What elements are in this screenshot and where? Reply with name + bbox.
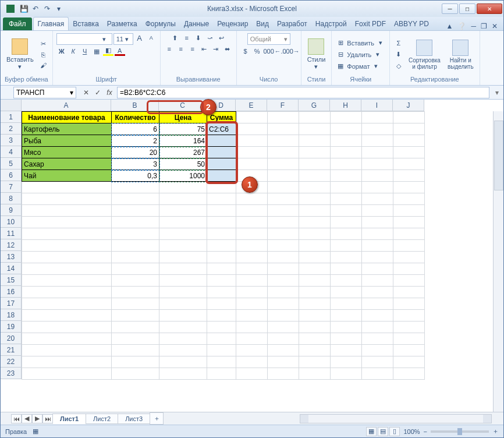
format-painter-icon[interactable]: 🖌	[38, 61, 49, 70]
cell-C18[interactable]	[159, 310, 207, 322]
cell-F2[interactable]	[268, 123, 299, 135]
cell-B1[interactable]: Количество	[112, 112, 159, 123]
tab-insert[interactable]: Вставка	[69, 17, 103, 30]
cell-A15[interactable]	[22, 275, 112, 287]
cell-H13[interactable]	[331, 252, 362, 263]
cell-I3[interactable]	[362, 135, 393, 147]
cell-H22[interactable]	[331, 356, 362, 368]
cell-G5[interactable]	[299, 158, 331, 170]
cell-D11[interactable]	[207, 228, 236, 240]
cell-C21[interactable]	[159, 345, 207, 356]
mdi-close-icon[interactable]: ✕	[492, 22, 498, 30]
sheet-nav-next-icon[interactable]: ▶	[32, 414, 42, 423]
cell-D15[interactable]	[207, 275, 236, 287]
italic-button[interactable]: К	[68, 47, 79, 56]
cell-A22[interactable]	[22, 356, 112, 368]
mdi-min-icon[interactable]: ─	[471, 22, 476, 30]
cut-icon[interactable]: ✂	[38, 40, 49, 49]
cell-F19[interactable]	[268, 322, 299, 333]
row-header-8[interactable]: 8	[1, 193, 22, 204]
cell-E11[interactable]	[236, 228, 268, 240]
cell-I4[interactable]	[362, 147, 393, 158]
cell-I18[interactable]	[362, 310, 393, 322]
cell-E22[interactable]	[236, 356, 268, 368]
bold-button[interactable]: Ж	[56, 47, 67, 56]
delete-cells-button[interactable]: ⊟Удалить▾	[335, 50, 386, 59]
cell-I21[interactable]	[362, 345, 393, 356]
cell-G1[interactable]	[299, 112, 331, 123]
file-tab[interactable]: Файл	[3, 17, 32, 30]
cell-J1[interactable]	[393, 112, 425, 123]
cell-F12[interactable]	[268, 240, 299, 252]
cell-H11[interactable]	[331, 228, 362, 240]
tab-abbyy[interactable]: ABBYY PD	[390, 17, 433, 30]
grow-font-icon[interactable]: A	[134, 33, 145, 43]
cell-D9[interactable]	[207, 205, 236, 217]
cell-F20[interactable]	[268, 333, 299, 345]
cell-G18[interactable]	[299, 310, 331, 322]
cell-J6[interactable]	[393, 170, 425, 182]
cell-D10[interactable]	[207, 217, 236, 228]
tab-layout[interactable]: Разметка	[103, 17, 141, 30]
cell-G17[interactable]	[299, 298, 331, 310]
zoom-slider[interactable]	[431, 430, 489, 433]
cell-D6[interactable]	[207, 170, 236, 182]
cell-H10[interactable]	[331, 217, 362, 228]
cell-B9[interactable]	[112, 205, 159, 217]
cell-B20[interactable]	[112, 333, 159, 345]
cell-C2[interactable]: 75	[159, 123, 207, 135]
tab-formulas[interactable]: Формулы	[141, 17, 180, 30]
sheet-nav-last-icon[interactable]: ⏭	[42, 414, 53, 423]
cell-I7[interactable]	[362, 182, 393, 193]
cell-E4[interactable]	[236, 147, 268, 158]
col-header-H[interactable]: H	[330, 100, 361, 111]
row-header-19[interactable]: 19	[1, 321, 22, 333]
cell-E9[interactable]	[236, 205, 268, 217]
col-header-A[interactable]: A	[22, 100, 111, 111]
cell-J7[interactable]	[393, 182, 425, 193]
cell-C6[interactable]: 1000	[159, 170, 207, 182]
cell-D21[interactable]	[207, 345, 236, 356]
sort-filter-button[interactable]: Сортировка и фильтр	[406, 38, 443, 71]
cell-C13[interactable]	[159, 252, 207, 263]
orientation-icon[interactable]: ⤻	[205, 33, 215, 43]
tab-addins[interactable]: Надстрой	[311, 17, 351, 30]
cell-G4[interactable]	[299, 147, 331, 158]
cell-B16[interactable]	[112, 287, 159, 298]
cell-C1[interactable]: Цена	[159, 112, 207, 123]
row-header-18[interactable]: 18	[1, 309, 22, 321]
cell-G9[interactable]	[299, 205, 331, 217]
cell-C11[interactable]	[159, 228, 207, 240]
cell-B18[interactable]	[112, 310, 159, 322]
col-header-G[interactable]: G	[299, 100, 330, 111]
cell-E17[interactable]	[236, 298, 268, 310]
cell-A7[interactable]	[22, 182, 112, 193]
cell-D5[interactable]	[207, 158, 236, 170]
cell-E5[interactable]	[236, 158, 268, 170]
align-center-icon[interactable]: ≡	[176, 44, 186, 54]
new-sheet-button[interactable]: ＋	[150, 412, 164, 425]
col-header-B[interactable]: B	[111, 100, 159, 111]
cell-C19[interactable]	[159, 322, 207, 333]
cell-B11[interactable]	[112, 228, 159, 240]
cell-B8[interactable]	[112, 193, 159, 205]
cell-G20[interactable]	[299, 333, 331, 345]
wrap-text-icon[interactable]: ↩	[216, 33, 227, 43]
cell-J23[interactable]	[393, 368, 425, 380]
cell-C5[interactable]: 50	[159, 158, 207, 170]
cell-F13[interactable]	[268, 252, 299, 263]
cell-J19[interactable]	[393, 322, 425, 333]
cell-H21[interactable]	[331, 345, 362, 356]
increase-indent-icon[interactable]: ⇥	[211, 44, 221, 54]
cell-I22[interactable]	[362, 356, 393, 368]
row-header-22[interactable]: 22	[1, 356, 22, 368]
cell-I20[interactable]	[362, 333, 393, 345]
cell-A10[interactable]	[22, 217, 112, 228]
qat-dropdown-icon[interactable]: ▾	[54, 4, 63, 13]
cell-E19[interactable]	[236, 322, 268, 333]
row-header-7[interactable]: 7	[1, 181, 22, 193]
cell-D2[interactable]: C2:C6	[207, 123, 236, 135]
align-top-icon[interactable]: ⬆	[170, 33, 180, 43]
shrink-font-icon[interactable]: A	[146, 33, 157, 43]
cell-A23[interactable]	[22, 368, 112, 380]
